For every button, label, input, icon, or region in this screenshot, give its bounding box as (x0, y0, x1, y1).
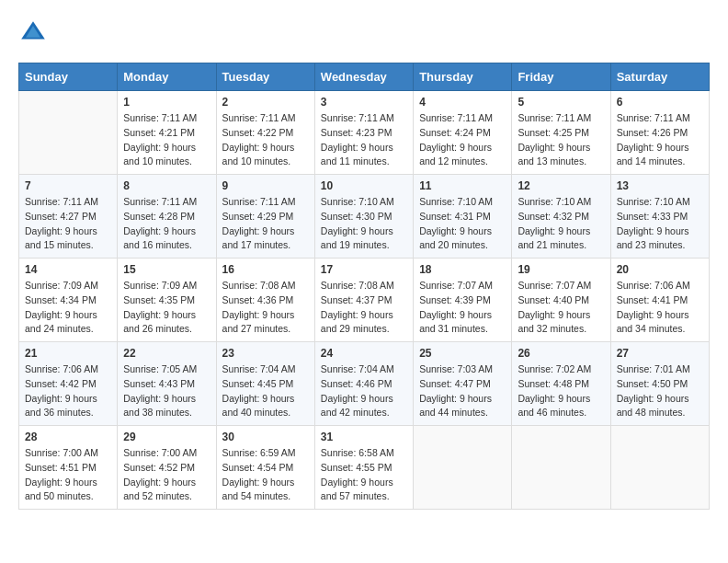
day-number: 25 (419, 347, 506, 360)
sunrise-text: Sunrise: 7:07 AM (419, 280, 493, 291)
day-info: Sunrise: 7:07 AM Sunset: 4:40 PM Dayligh… (518, 279, 604, 337)
daylight-text: Daylight: 9 hours and 20 minutes. (419, 225, 492, 251)
day-info: Sunrise: 7:07 AM Sunset: 4:39 PM Dayligh… (419, 279, 506, 337)
calendar-cell: 2 Sunrise: 7:11 AM Sunset: 4:22 PM Dayli… (216, 91, 314, 175)
daylight-text: Daylight: 9 hours and 34 minutes. (617, 309, 689, 335)
day-info: Sunrise: 7:10 AM Sunset: 4:33 PM Dayligh… (617, 195, 703, 253)
calendar-body: 1 Sunrise: 7:11 AM Sunset: 4:21 PM Dayli… (19, 91, 710, 510)
calendar-cell: 14 Sunrise: 7:09 AM Sunset: 4:34 PM Dayl… (19, 259, 118, 342)
daylight-text: Daylight: 9 hours and 48 minutes. (617, 393, 689, 419)
daylight-text: Daylight: 9 hours and 24 minutes. (25, 309, 97, 335)
day-number: 16 (222, 263, 309, 276)
day-number: 14 (25, 263, 111, 276)
day-info: Sunrise: 7:04 AM Sunset: 4:45 PM Dayligh… (222, 362, 309, 420)
day-info: Sunrise: 7:06 AM Sunset: 4:41 PM Dayligh… (617, 279, 703, 337)
daylight-text: Daylight: 9 hours and 11 minutes. (321, 142, 393, 167)
sunset-text: Sunset: 4:34 PM (25, 294, 97, 305)
calendar-cell (610, 426, 709, 510)
daylight-text: Daylight: 9 hours and 14 minutes. (617, 142, 689, 167)
daylight-text: Daylight: 9 hours and 16 minutes. (123, 225, 196, 251)
calendar-cell: 16 Sunrise: 7:08 AM Sunset: 4:36 PM Dayl… (216, 259, 314, 342)
sunset-text: Sunset: 4:25 PM (518, 127, 589, 138)
daylight-text: Daylight: 9 hours and 26 minutes. (123, 309, 196, 335)
calendar-cell: 10 Sunrise: 7:10 AM Sunset: 4:30 PM Dayl… (314, 175, 413, 259)
calendar-header-friday: Friday (512, 63, 610, 91)
sunrise-text: Sunrise: 7:03 AM (419, 363, 493, 374)
calendar-cell: 24 Sunrise: 7:04 AM Sunset: 4:46 PM Dayl… (314, 342, 413, 426)
sunrise-text: Sunrise: 7:00 AM (123, 447, 197, 458)
daylight-text: Daylight: 9 hours and 17 minutes. (222, 225, 295, 251)
sunrise-text: Sunrise: 7:09 AM (25, 280, 98, 291)
sunset-text: Sunset: 4:48 PM (518, 378, 589, 389)
day-info: Sunrise: 7:11 AM Sunset: 4:28 PM Dayligh… (123, 195, 210, 253)
calendar-week-0: 1 Sunrise: 7:11 AM Sunset: 4:21 PM Dayli… (19, 91, 710, 175)
sunset-text: Sunset: 4:29 PM (222, 211, 294, 222)
day-info: Sunrise: 7:08 AM Sunset: 4:36 PM Dayligh… (222, 279, 309, 337)
sunrise-text: Sunrise: 7:04 AM (321, 363, 394, 374)
calendar-cell: 1 Sunrise: 7:11 AM Sunset: 4:21 PM Dayli… (118, 91, 216, 175)
calendar-cell: 5 Sunrise: 7:11 AM Sunset: 4:25 PM Dayli… (512, 91, 610, 175)
sunset-text: Sunset: 4:52 PM (123, 462, 195, 473)
daylight-text: Daylight: 9 hours and 36 minutes. (25, 393, 97, 419)
day-info: Sunrise: 7:09 AM Sunset: 4:34 PM Dayligh… (25, 279, 111, 337)
day-info: Sunrise: 7:01 AM Sunset: 4:50 PM Dayligh… (617, 362, 703, 420)
sunrise-text: Sunrise: 7:11 AM (518, 112, 591, 123)
daylight-text: Daylight: 9 hours and 32 minutes. (518, 309, 590, 335)
calendar-cell (19, 91, 118, 175)
calendar-week-2: 14 Sunrise: 7:09 AM Sunset: 4:34 PM Dayl… (19, 259, 710, 342)
day-info: Sunrise: 7:11 AM Sunset: 4:27 PM Dayligh… (25, 195, 111, 253)
calendar-cell: 18 Sunrise: 7:07 AM Sunset: 4:39 PM Dayl… (414, 259, 512, 342)
day-number: 29 (123, 431, 210, 443)
sunset-text: Sunset: 4:51 PM (25, 462, 97, 473)
sunrise-text: Sunrise: 7:05 AM (123, 363, 197, 374)
daylight-text: Daylight: 9 hours and 21 minutes. (518, 225, 590, 251)
sunrise-text: Sunrise: 7:11 AM (321, 112, 394, 123)
sunrise-text: Sunrise: 7:06 AM (617, 280, 690, 291)
day-number: 7 (25, 179, 111, 192)
calendar-header-thursday: Thursday (414, 63, 512, 91)
day-number: 9 (222, 179, 309, 192)
calendar-header-sunday: Sunday (19, 63, 118, 91)
day-number: 1 (123, 96, 210, 109)
sunrise-text: Sunrise: 7:08 AM (321, 280, 394, 291)
day-info: Sunrise: 7:11 AM Sunset: 4:22 PM Dayligh… (222, 111, 309, 169)
calendar-cell: 17 Sunrise: 7:08 AM Sunset: 4:37 PM Dayl… (314, 259, 413, 342)
daylight-text: Daylight: 9 hours and 10 minutes. (123, 142, 196, 167)
daylight-text: Daylight: 9 hours and 27 minutes. (222, 309, 295, 335)
sunset-text: Sunset: 4:22 PM (222, 127, 294, 138)
calendar-header-saturday: Saturday (610, 63, 709, 91)
calendar-cell: 23 Sunrise: 7:04 AM Sunset: 4:45 PM Dayl… (216, 342, 314, 426)
day-info: Sunrise: 7:11 AM Sunset: 4:29 PM Dayligh… (222, 195, 309, 253)
day-number: 18 (419, 263, 506, 276)
day-info: Sunrise: 7:08 AM Sunset: 4:37 PM Dayligh… (321, 279, 407, 337)
calendar-header-tuesday: Tuesday (216, 63, 314, 91)
day-number: 13 (617, 179, 703, 192)
day-number: 30 (222, 431, 309, 443)
day-info: Sunrise: 7:00 AM Sunset: 4:51 PM Dayligh… (25, 446, 111, 504)
daylight-text: Daylight: 9 hours and 31 minutes. (419, 309, 492, 335)
calendar-cell: 12 Sunrise: 7:10 AM Sunset: 4:32 PM Dayl… (512, 175, 610, 259)
calendar-cell: 3 Sunrise: 7:11 AM Sunset: 4:23 PM Dayli… (314, 91, 413, 175)
sunset-text: Sunset: 4:23 PM (321, 127, 392, 138)
daylight-text: Daylight: 9 hours and 10 minutes. (222, 142, 295, 167)
daylight-text: Daylight: 9 hours and 12 minutes. (419, 142, 492, 167)
day-info: Sunrise: 7:11 AM Sunset: 4:25 PM Dayligh… (518, 111, 604, 169)
day-info: Sunrise: 7:10 AM Sunset: 4:31 PM Dayligh… (419, 195, 506, 253)
day-info: Sunrise: 7:10 AM Sunset: 4:30 PM Dayligh… (321, 195, 407, 253)
calendar-cell: 6 Sunrise: 7:11 AM Sunset: 4:26 PM Dayli… (610, 91, 709, 175)
day-number: 10 (321, 179, 407, 192)
sunset-text: Sunset: 4:21 PM (123, 127, 195, 138)
calendar-cell: 4 Sunrise: 7:11 AM Sunset: 4:24 PM Dayli… (414, 91, 512, 175)
day-number: 8 (123, 179, 210, 192)
calendar-cell: 29 Sunrise: 7:00 AM Sunset: 4:52 PM Dayl… (118, 426, 216, 510)
day-number: 5 (518, 96, 604, 109)
day-info: Sunrise: 7:06 AM Sunset: 4:42 PM Dayligh… (25, 362, 111, 420)
calendar-cell: 26 Sunrise: 7:02 AM Sunset: 4:48 PM Dayl… (512, 342, 610, 426)
daylight-text: Daylight: 9 hours and 29 minutes. (321, 309, 393, 335)
calendar-cell: 11 Sunrise: 7:10 AM Sunset: 4:31 PM Dayl… (414, 175, 512, 259)
day-number: 24 (321, 347, 407, 360)
day-info: Sunrise: 7:02 AM Sunset: 4:48 PM Dayligh… (518, 362, 604, 420)
calendar-cell: 19 Sunrise: 7:07 AM Sunset: 4:40 PM Dayl… (512, 259, 610, 342)
daylight-text: Daylight: 9 hours and 44 minutes. (419, 393, 492, 419)
sunset-text: Sunset: 4:42 PM (25, 378, 97, 389)
